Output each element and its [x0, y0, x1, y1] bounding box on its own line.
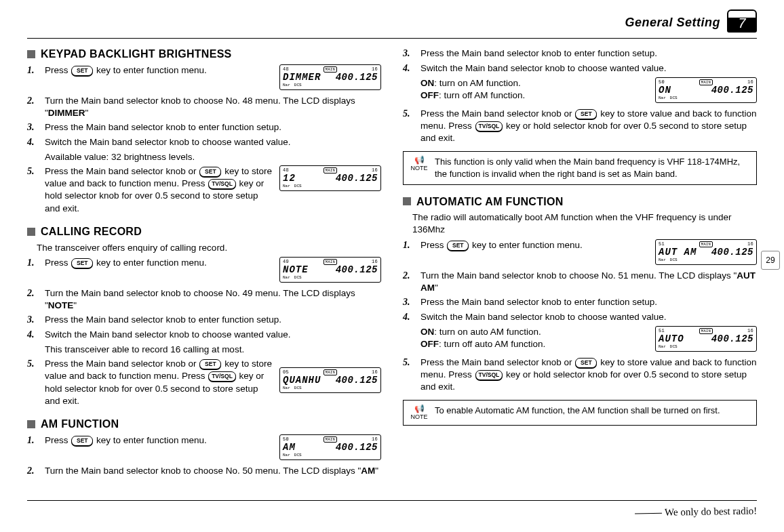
step-body: Switch the Main band selector knob to ch…	[45, 136, 381, 149]
step-body: Press the Main band selector knob or SET…	[420, 108, 757, 145]
step-sub: Available value: 32 brightness levels.	[45, 151, 381, 163]
step-body: Turn the Main band selector knob to choo…	[45, 95, 381, 119]
step-body: Press the Main band selector knob or SET…	[420, 356, 757, 394]
step-body: 51MAIN16 AUT AM400.125 NarDCS Press SET …	[420, 239, 757, 268]
steps-list: 5. Press the Main band selector knob or …	[403, 356, 757, 394]
step-num: 1.	[403, 239, 415, 268]
section-title: AUTOMATIC AM FUNCTION	[416, 195, 564, 209]
lcd-display: 48MAIN16 12400.125 NarDCS	[279, 165, 381, 191]
tvsql-key-icon: TV/SQL	[208, 179, 236, 189]
step-num: 5.	[403, 356, 415, 394]
footer-rule	[27, 500, 757, 501]
step-body: Turn the Main band selector knob to choo…	[420, 270, 757, 294]
steps-list: 1. 48MAIN16 DIMMER400.125 NarDCS Press S…	[27, 64, 381, 149]
section-marker-icon	[27, 228, 35, 236]
footer-slogan: We only do best radio!	[635, 504, 758, 519]
lcd-display: 50MAIN16 ON400.125 NarDCS	[655, 77, 757, 103]
step-body: 49MAIN16 NOTE400.125 NarDCS Press SET ke…	[45, 257, 381, 285]
lcd-display: 51MAIN16 AUTO400.125 NarDCS	[655, 326, 757, 352]
step-num: 2.	[27, 465, 39, 478]
chapter-badge: 7	[727, 9, 757, 33]
content-columns: KEYPAD BACKLIGHT BRIGHTNESS 1. 48MAIN16 …	[27, 45, 757, 480]
step-body: Press the Main band selector knob to ent…	[420, 296, 757, 309]
step-num: 1.	[27, 434, 39, 463]
step-num: 5.	[27, 358, 39, 407]
step-num: 4.	[27, 136, 39, 149]
set-key-icon: SET	[71, 66, 93, 76]
steps-list: 5. 05MAIN16 QUANHU400.125 NarDCS Press t…	[27, 358, 381, 407]
step-body: Press the Main band selector knob to ent…	[45, 314, 381, 327]
step-num: 3.	[27, 314, 39, 327]
steps-list: 1. 49MAIN16 NOTE400.125 NarDCS Press SET…	[27, 257, 381, 342]
step-body: Press the Main band selector knob to ent…	[45, 121, 381, 134]
set-key-icon: SET	[575, 109, 597, 119]
step-body: Press the Main band selector knob to ent…	[420, 47, 757, 60]
step-sub: This transceiver able to record 16 calli…	[45, 344, 381, 356]
section-marker-icon	[403, 197, 411, 205]
set-key-icon: SET	[199, 359, 221, 369]
step-num: 4.	[403, 62, 415, 75]
step-num: 1.	[27, 257, 39, 285]
header-title: General Setting	[625, 14, 720, 30]
left-column: KEYPAD BACKLIGHT BRIGHTNESS 1. 48MAIN16 …	[27, 45, 381, 480]
tvsql-key-icon: TV/SQL	[208, 371, 236, 382]
header-title-area: General Setting 7	[625, 11, 757, 34]
section-intro: The radio will automatically boot AM fun…	[412, 211, 757, 236]
lcd-display: 48MAIN16 DIMMER400.125 NarDCS	[279, 64, 381, 90]
option-block: 50MAIN16 ON400.125 NarDCS ON: turn on AM…	[420, 77, 757, 106]
note-text: This function is only valid when the Mai…	[435, 156, 751, 180]
page-header: General Setting 7	[27, 15, 757, 39]
set-key-icon: SET	[71, 258, 93, 268]
step-num: 4.	[403, 311, 415, 324]
set-key-icon: SET	[199, 167, 221, 177]
section-title: CALLING RECORD	[41, 224, 142, 239]
steps-list: 5. 48MAIN16 12400.125 NarDCS Press the M…	[27, 165, 381, 215]
note-icon: 📢NOTE	[409, 405, 429, 420]
tvsql-key-icon: TV/SQL	[475, 370, 503, 380]
steps-list: 5. Press the Main band selector knob or …	[403, 108, 757, 145]
set-key-icon: SET	[575, 358, 597, 368]
section-intro: The transceiver offers enquiry of callin…	[37, 242, 381, 254]
steps-list: 1. 50MAIN16 AM400.125 NarDCS Press SET k…	[27, 434, 381, 478]
step-num: 1.	[27, 64, 39, 93]
step-body: 48MAIN16 12400.125 NarDCS Press the Main…	[45, 165, 381, 215]
steps-list: 3. Press the Main band selector knob to …	[403, 47, 757, 75]
step-num: 2.	[27, 287, 39, 312]
step-num: 4.	[27, 329, 39, 342]
section-marker-icon	[27, 420, 35, 428]
section-title: KEYPAD BACKLIGHT BRIGHTNESS	[41, 47, 232, 62]
section-marker-icon	[27, 50, 35, 58]
step-body: Switch the Main band selector knob to ch…	[420, 62, 757, 75]
note-text: To enable Automatic AM function, the AM …	[435, 405, 720, 417]
set-key-icon: SET	[447, 241, 469, 251]
lcd-display: 05MAIN16 QUANHU400.125 NarDCS	[279, 367, 381, 393]
step-num: 3.	[403, 47, 415, 60]
section-heading-dimmer: KEYPAD BACKLIGHT BRIGHTNESS	[27, 47, 381, 62]
section-heading-am: AM FUNCTION	[27, 417, 381, 432]
step-num: 3.	[27, 121, 39, 134]
step-num: 2.	[403, 270, 415, 294]
option-block: 51MAIN16 AUTO400.125 NarDCS ON: turn on …	[420, 326, 757, 354]
section-heading-auto-am: AUTOMATIC AM FUNCTION	[403, 195, 757, 209]
step-body: Switch the Main band selector knob to ch…	[45, 329, 381, 342]
step-body: Switch the Main band selector knob to ch…	[420, 311, 757, 324]
page: General Setting 7 KEYPAD BACKLIGHT BRIGH…	[0, 0, 784, 532]
right-column: 3. Press the Main band selector knob to …	[403, 45, 757, 480]
lcd-display: 50MAIN16 AM400.125 NarDCS	[279, 434, 381, 460]
chapter-number: 7	[738, 16, 745, 31]
lcd-display: 49MAIN16 NOTE400.125 NarDCS	[279, 257, 381, 283]
note-box: 📢NOTE To enable Automatic AM function, t…	[403, 400, 757, 425]
note-box: 📢NOTE This function is only valid when t…	[403, 151, 757, 184]
step-num: 5.	[403, 108, 415, 145]
lcd-display: 51MAIN16 AUT AM400.125 NarDCS	[655, 239, 757, 265]
step-body: 05MAIN16 QUANHU400.125 NarDCS Press the …	[45, 358, 381, 407]
step-body: 50MAIN16 AM400.125 NarDCS Press SET key …	[45, 434, 381, 463]
set-key-icon: SET	[71, 436, 93, 446]
step-body: Turn the Main band selector knob to choo…	[45, 287, 381, 312]
tvsql-key-icon: TV/SQL	[475, 121, 503, 131]
step-body: 48MAIN16 DIMMER400.125 NarDCS Press SET …	[45, 64, 381, 93]
note-icon: 📢NOTE	[409, 156, 429, 171]
step-body: Turn the Main band selector knob to choo…	[45, 465, 381, 478]
step-num: 5.	[27, 165, 39, 215]
step-num: 2.	[27, 95, 39, 119]
